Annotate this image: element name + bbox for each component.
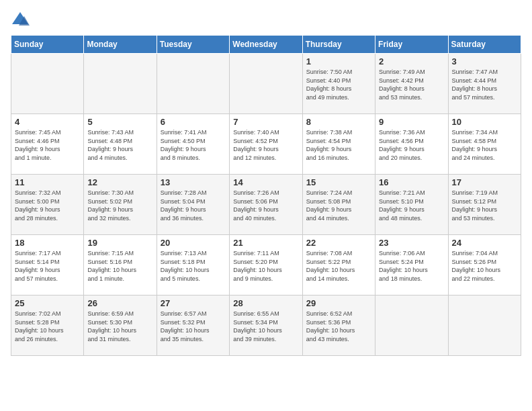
day-number: 10 [452, 117, 517, 127]
day-info: Sunrise: 6:59 AM Sunset: 5:30 PM Dayligh… [87, 310, 152, 343]
day-info: Sunrise: 7:17 AM Sunset: 5:14 PM Dayligh… [15, 249, 80, 283]
calendar-cell [11, 54, 84, 114]
day-number: 7 [233, 117, 298, 127]
day-info: Sunrise: 7:24 AM Sunset: 5:08 PM Dayligh… [306, 189, 371, 222]
calendar-cell: 19Sunrise: 7:15 AM Sunset: 5:16 PM Dayli… [84, 235, 157, 295]
calendar-week-row: 4Sunrise: 7:45 AM Sunset: 4:46 PM Daylig… [11, 114, 521, 175]
day-number: 26 [87, 298, 152, 308]
day-number: 20 [161, 238, 226, 248]
day-number: 28 [233, 298, 298, 308]
calendar-cell: 14Sunrise: 7:26 AM Sunset: 5:06 PM Dayli… [230, 175, 302, 235]
calendar-cell: 7Sunrise: 7:40 AM Sunset: 4:52 PM Daylig… [230, 114, 302, 175]
day-number: 21 [233, 238, 298, 248]
day-info: Sunrise: 7:34 AM Sunset: 4:58 PM Dayligh… [452, 128, 517, 162]
day-number: 13 [161, 177, 226, 187]
day-info: Sunrise: 7:38 AM Sunset: 4:54 PM Dayligh… [306, 128, 371, 162]
calendar-cell: 26Sunrise: 6:59 AM Sunset: 5:30 PM Dayli… [84, 295, 157, 356]
day-header-monday: Monday [84, 36, 157, 54]
day-number: 27 [161, 298, 226, 308]
calendar-cell [375, 295, 448, 356]
calendar-cell: 10Sunrise: 7:34 AM Sunset: 4:58 PM Dayli… [448, 114, 521, 175]
day-info: Sunrise: 7:08 AM Sunset: 5:22 PM Dayligh… [306, 249, 371, 283]
day-info: Sunrise: 7:13 AM Sunset: 5:18 PM Dayligh… [161, 249, 226, 283]
day-info: Sunrise: 7:43 AM Sunset: 4:48 PM Dayligh… [87, 128, 152, 162]
day-number: 8 [306, 117, 371, 127]
calendar-cell: 18Sunrise: 7:17 AM Sunset: 5:14 PM Dayli… [11, 235, 84, 295]
day-info: Sunrise: 7:49 AM Sunset: 4:42 PM Dayligh… [379, 68, 444, 101]
day-number: 29 [306, 298, 371, 308]
calendar-cell: 11Sunrise: 7:32 AM Sunset: 5:00 PM Dayli… [11, 175, 84, 235]
day-info: Sunrise: 7:45 AM Sunset: 4:46 PM Dayligh… [15, 128, 80, 162]
calendar-cell: 16Sunrise: 7:21 AM Sunset: 5:10 PM Dayli… [375, 175, 448, 235]
calendar-week-row: 25Sunrise: 7:02 AM Sunset: 5:28 PM Dayli… [11, 295, 521, 356]
day-number: 18 [15, 238, 80, 248]
day-number: 11 [15, 177, 80, 187]
calendar-cell: 3Sunrise: 7:47 AM Sunset: 4:44 PM Daylig… [448, 54, 521, 114]
calendar-cell: 25Sunrise: 7:02 AM Sunset: 5:28 PM Dayli… [11, 295, 84, 356]
day-info: Sunrise: 7:47 AM Sunset: 4:44 PM Dayligh… [452, 68, 517, 101]
day-number: 3 [452, 56, 517, 66]
calendar-week-row: 18Sunrise: 7:17 AM Sunset: 5:14 PM Dayli… [11, 235, 521, 295]
day-number: 9 [379, 117, 444, 127]
calendar-cell: 2Sunrise: 7:49 AM Sunset: 4:42 PM Daylig… [375, 54, 448, 114]
day-info: Sunrise: 7:11 AM Sunset: 5:20 PM Dayligh… [233, 249, 298, 283]
day-number: 22 [306, 238, 371, 248]
day-info: Sunrise: 7:06 AM Sunset: 5:24 PM Dayligh… [379, 249, 444, 283]
calendar-cell: 22Sunrise: 7:08 AM Sunset: 5:22 PM Dayli… [302, 235, 375, 295]
day-info: Sunrise: 7:32 AM Sunset: 5:00 PM Dayligh… [15, 189, 80, 222]
day-info: Sunrise: 7:26 AM Sunset: 5:06 PM Dayligh… [233, 189, 298, 222]
calendar-cell: 9Sunrise: 7:36 AM Sunset: 4:56 PM Daylig… [375, 114, 448, 175]
calendar-cell: 12Sunrise: 7:30 AM Sunset: 5:02 PM Dayli… [84, 175, 157, 235]
calendar-cell: 13Sunrise: 7:28 AM Sunset: 5:04 PM Dayli… [157, 175, 229, 235]
calendar-week-row: 11Sunrise: 7:32 AM Sunset: 5:00 PM Dayli… [11, 175, 521, 235]
calendar-cell: 29Sunrise: 6:52 AM Sunset: 5:36 PM Dayli… [302, 295, 375, 356]
day-info: Sunrise: 7:40 AM Sunset: 4:52 PM Dayligh… [233, 128, 298, 162]
day-info: Sunrise: 7:21 AM Sunset: 5:10 PM Dayligh… [379, 189, 444, 222]
day-info: Sunrise: 7:15 AM Sunset: 5:16 PM Dayligh… [87, 249, 152, 283]
calendar-cell: 1Sunrise: 7:50 AM Sunset: 4:40 PM Daylig… [302, 54, 375, 114]
page-header [11, 11, 521, 30]
calendar-cell [84, 54, 157, 114]
day-info: Sunrise: 6:57 AM Sunset: 5:32 PM Dayligh… [161, 310, 226, 343]
day-number: 4 [15, 117, 80, 127]
day-number: 12 [87, 177, 152, 187]
logo-icon [11, 11, 30, 30]
day-info: Sunrise: 7:36 AM Sunset: 4:56 PM Dayligh… [379, 128, 444, 162]
day-header-friday: Friday [375, 36, 448, 54]
day-number: 15 [306, 177, 371, 187]
calendar-cell: 4Sunrise: 7:45 AM Sunset: 4:46 PM Daylig… [11, 114, 84, 175]
day-number: 6 [161, 117, 226, 127]
day-info: Sunrise: 6:55 AM Sunset: 5:34 PM Dayligh… [233, 310, 298, 343]
day-number: 5 [87, 117, 152, 127]
calendar-table: SundayMondayTuesdayWednesdayThursdayFrid… [11, 35, 521, 356]
day-header-tuesday: Tuesday [157, 36, 229, 54]
logo [11, 11, 32, 30]
calendar-cell: 23Sunrise: 7:06 AM Sunset: 5:24 PM Dayli… [375, 235, 448, 295]
day-number: 2 [379, 56, 444, 66]
day-number: 16 [379, 177, 444, 187]
day-info: Sunrise: 7:19 AM Sunset: 5:12 PM Dayligh… [452, 189, 517, 222]
calendar-cell: 21Sunrise: 7:11 AM Sunset: 5:20 PM Dayli… [230, 235, 302, 295]
calendar-cell: 28Sunrise: 6:55 AM Sunset: 5:34 PM Dayli… [230, 295, 302, 356]
day-info: Sunrise: 7:41 AM Sunset: 4:50 PM Dayligh… [161, 128, 226, 162]
calendar-week-row: 1Sunrise: 7:50 AM Sunset: 4:40 PM Daylig… [11, 54, 521, 114]
calendar-cell: 6Sunrise: 7:41 AM Sunset: 4:50 PM Daylig… [157, 114, 229, 175]
day-number: 19 [87, 238, 152, 248]
day-number: 17 [452, 177, 517, 187]
calendar-cell: 27Sunrise: 6:57 AM Sunset: 5:32 PM Dayli… [157, 295, 229, 356]
day-header-sunday: Sunday [11, 36, 84, 54]
calendar-cell [157, 54, 229, 114]
day-info: Sunrise: 7:50 AM Sunset: 4:40 PM Dayligh… [306, 68, 371, 101]
day-number: 23 [379, 238, 444, 248]
calendar-cell: 24Sunrise: 7:04 AM Sunset: 5:26 PM Dayli… [448, 235, 521, 295]
day-info: Sunrise: 6:52 AM Sunset: 5:36 PM Dayligh… [306, 310, 371, 343]
calendar-cell: 8Sunrise: 7:38 AM Sunset: 4:54 PM Daylig… [302, 114, 375, 175]
day-info: Sunrise: 7:28 AM Sunset: 5:04 PM Dayligh… [161, 189, 226, 222]
calendar-header-row: SundayMondayTuesdayWednesdayThursdayFrid… [11, 36, 521, 54]
day-number: 14 [233, 177, 298, 187]
day-number: 25 [15, 298, 80, 308]
day-header-saturday: Saturday [448, 36, 521, 54]
day-info: Sunrise: 7:04 AM Sunset: 5:26 PM Dayligh… [452, 249, 517, 283]
calendar-cell [230, 54, 302, 114]
day-info: Sunrise: 7:02 AM Sunset: 5:28 PM Dayligh… [15, 310, 80, 343]
